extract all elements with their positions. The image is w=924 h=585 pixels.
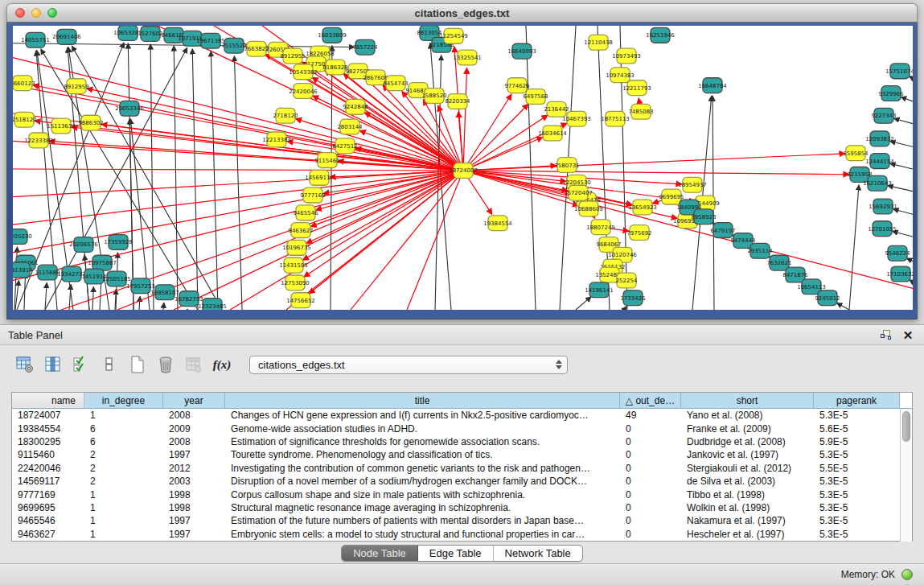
table-panel-title: Table Panel <box>8 329 63 341</box>
graph-node-label: 1595854 <box>843 150 869 157</box>
table-cell: 5.3E-5 <box>814 515 900 526</box>
node-table: namein_degreeyeartitle△ out_de…shortpage… <box>11 392 913 542</box>
table-cell: 2003 <box>163 476 225 487</box>
graph-edge <box>463 171 579 206</box>
graph-node-label: 12505185 <box>102 276 131 282</box>
network-window: citations_edges.txt 18724007140557512069… <box>6 3 918 319</box>
table-selector-dropdown[interactable]: citations_edges.txt <box>249 356 568 374</box>
table-row[interactable]: 946554611997Estimation of the future num… <box>12 514 912 527</box>
graph-edge <box>849 185 859 310</box>
graph-node-label: 6497568 <box>523 94 548 101</box>
graph-node-label: 14196141 <box>585 287 614 294</box>
graph-node-label: 12753090 <box>281 280 310 286</box>
vertical-scrollbar[interactable] <box>900 409 912 542</box>
tab-node-table[interactable]: Node Table <box>342 546 418 561</box>
table-cell: 49 <box>620 410 681 421</box>
table-cell: 0 <box>620 529 681 540</box>
graph-node-label: 10975887 <box>88 260 117 266</box>
memory-ok-indicator-icon <box>901 569 913 580</box>
table-cell: Franke et al. (2009) <box>681 423 814 435</box>
select-rows-button[interactable] <box>69 352 93 377</box>
table-cell: 14569117 <box>12 476 84 487</box>
graph-node-label: 9774626 <box>504 83 529 89</box>
graph-node-label: 15720407 <box>564 190 593 196</box>
graph-node-label: 8660123 <box>13 80 35 87</box>
graph-node-label: 14756652 <box>286 298 315 304</box>
table-row[interactable]: 1830029562008Estimation of significance … <box>12 435 912 448</box>
column-header-out_de[interactable]: △ out_de… <box>620 393 681 408</box>
table-cell: Tibbo et al. (1998) <box>681 489 814 501</box>
graph-edge <box>24 274 26 310</box>
table-row[interactable]: 1456911722003Disruption of a novel membe… <box>12 475 912 488</box>
delete-column-button-disabled[interactable] <box>182 352 206 377</box>
graph-node-label: 10654113 <box>797 284 826 290</box>
table-cell: 0 <box>620 502 681 513</box>
graph-node-label: 13325541 <box>453 55 482 61</box>
table-row[interactable]: 2242004622012Investigating the contribut… <box>12 462 912 475</box>
table-cell: 2009 <box>163 423 225 435</box>
network-canvas[interactable]: 1872400714055751206914061065328715276028… <box>13 26 913 310</box>
graph-node-label: 16640093 <box>507 48 536 55</box>
citation-network-graph[interactable]: 1872400714055751206914061065328715276028… <box>13 26 913 310</box>
graph-node-label: 20053346 <box>115 105 144 112</box>
graph-node-label: 18807249 <box>586 225 615 231</box>
table-gear-icon <box>16 356 34 373</box>
column-header-name[interactable]: name <box>12 393 84 408</box>
stacked-rows-icon <box>101 356 118 373</box>
table-cell: 1998 <box>163 489 225 501</box>
row-height-button[interactable] <box>97 352 121 377</box>
column-header-short[interactable]: short <box>681 393 814 408</box>
column-header-in_degree[interactable]: in_degree <box>84 393 163 408</box>
graph-node-label: 2935114 <box>747 248 773 254</box>
graph-edge <box>463 104 528 171</box>
table-cell: 0 <box>620 463 681 474</box>
graph-node-label: 7485083 <box>628 109 653 115</box>
new-table-button[interactable] <box>125 352 150 377</box>
table-row[interactable]: 977716911998Corpus callosum shape and si… <box>12 488 912 501</box>
graph-node-label: 13654923 <box>628 204 657 211</box>
table-cell: Changes of HCN gene expression and I(f) … <box>225 410 620 421</box>
table-cell: Disruption of a novel member of a sodium… <box>225 476 620 487</box>
column-header-year[interactable]: year <box>163 393 225 408</box>
tab-edge-table[interactable]: Edge Table <box>418 546 494 561</box>
graph-node-label: 11431505 <box>279 262 308 269</box>
column-header-title[interactable]: title <box>225 393 620 408</box>
graph-node-label: 12211793 <box>622 85 651 92</box>
close-panel-button[interactable]: ✕ <box>900 328 916 342</box>
table-cell: 1997 <box>163 529 225 540</box>
new-document-icon <box>129 356 146 373</box>
graph-node-label: 7975692 <box>626 230 651 237</box>
table-cell: 18724007 <box>12 410 84 421</box>
graph-edge <box>576 297 591 310</box>
graph-node-label: 2518120 <box>13 117 37 123</box>
table-cell: 5.3E-5 <box>814 449 900 460</box>
column-header-pagerank[interactable]: pagerank <box>814 393 900 408</box>
table-cell: 5.6E-5 <box>814 423 900 435</box>
function-builder-button[interactable]: f(x) <box>210 352 234 377</box>
scrollbar-thumb[interactable] <box>902 411 910 442</box>
table-row[interactable]: 946362711997Embryonic stem cells: a mode… <box>12 528 912 541</box>
table-cell: Estimation of significance thresholds fo… <box>225 436 620 447</box>
show-column-button[interactable] <box>41 352 65 377</box>
window-title: citations_edges.txt <box>7 7 917 19</box>
graph-edge <box>463 68 467 171</box>
table-cell: Genome-wide association studies in ADHD. <box>225 423 620 435</box>
graph-edge <box>150 44 154 310</box>
table-column-icon <box>44 356 62 373</box>
table-cell: 5.3E-5 <box>814 529 900 540</box>
table-cell: 9699695 <box>12 502 84 513</box>
table-row[interactable]: 1872400712008Changes of HCN gene express… <box>12 409 912 422</box>
window-titlebar[interactable]: citations_edges.txt <box>6 3 918 23</box>
tab-network-table[interactable]: Network Table <box>494 546 582 561</box>
column-settings-button[interactable] <box>13 352 37 377</box>
graph-node-label: 9463627 <box>288 228 313 234</box>
table-cell: 19384554 <box>12 423 84 435</box>
table-row[interactable]: 1938455462009Genome-wide association stu… <box>12 422 912 435</box>
delete-table-button[interactable] <box>154 352 178 377</box>
table-cell: 6 <box>84 423 163 435</box>
table-selector-value: citations_edges.txt <box>258 359 556 371</box>
table-row[interactable]: 911546021997Tourette syndrome. Phenomeno… <box>12 448 912 461</box>
float-panel-button[interactable] <box>877 328 893 342</box>
table-row[interactable]: 969969511998Structural magnetic resonanc… <box>12 501 912 514</box>
table-cell: 1 <box>84 502 163 513</box>
